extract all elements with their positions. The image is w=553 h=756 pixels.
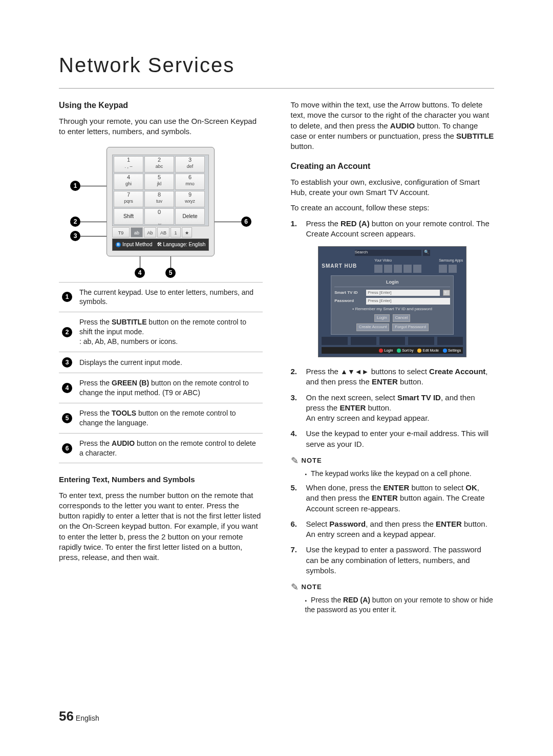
hub-id-dropdown[interactable]: ▼ (443, 290, 450, 296)
right-column: To move within the text, use the Arrow b… (291, 100, 495, 618)
keypad-intro: Through your remote, you can use the On-… (59, 116, 263, 137)
hub-id-field[interactable]: Press [Enter] (366, 290, 440, 296)
creating-account-intro1: To establish your own, exclusive, config… (291, 177, 495, 198)
hub-remember[interactable]: ▪ Remember my Smart TV ID and password (334, 307, 450, 312)
note-2-item: Press the RED (A) button on your remote … (305, 595, 495, 615)
callout-3-line (80, 236, 108, 236)
hub-id-label: Smart TV ID (334, 290, 363, 296)
key-5[interactable]: 5jkl (144, 174, 174, 190)
note-1-list: The keypad works like the keypad on a ce… (291, 469, 495, 479)
mode-ab-cap[interactable]: Ab (144, 227, 156, 237)
key-0[interactable]: 0⎵ (144, 208, 174, 225)
page-footer: 56 English (59, 707, 99, 725)
key-9[interactable]: 9wxyz (175, 191, 205, 207)
callout-1-line (80, 186, 108, 186)
hub-brand: SMART HUB (322, 263, 357, 270)
title-rule (59, 88, 494, 89)
smart-hub-screenshot: Search 🔍 SMART HUB Your Video Samsung Ap… (318, 246, 466, 357)
two-column-layout: Using the Keypad Through your remote, yo… (59, 100, 494, 618)
hub-pw-label: Password (334, 298, 363, 304)
step-5: 5. When done, press the ENTER button to … (291, 483, 495, 514)
legend-text-1: The current keypad. Use to enter letters… (76, 282, 263, 312)
note-2-header: ✎ NOTE (291, 581, 495, 593)
hub-search-field[interactable]: Search (355, 250, 421, 256)
key-8[interactable]: 8tuv (144, 191, 174, 207)
mode-1[interactable]: 1 (171, 227, 181, 237)
legend-text-4: Press the GREEN (B) button on the remote… (76, 373, 263, 403)
step-6: 6. Select Password, and then press the E… (291, 519, 495, 540)
hub-login-title: Login (334, 279, 450, 287)
callout-2: 2 (70, 217, 80, 227)
steps-list-cont: 2. Press the ▲▼◄► buttons to select Crea… (291, 366, 495, 449)
note-label-2: NOTE (302, 582, 322, 592)
hub-footer: Login Sort by Edit Mode Settings (322, 347, 463, 354)
legend-num-2: 2 (62, 327, 72, 337)
creating-account-intro2: To create an account, follow these steps… (291, 203, 495, 213)
hub-login-panel: Login Smart TV ID Press [Enter] ▼ Passwo… (331, 275, 454, 335)
callout-6: 6 (241, 217, 251, 227)
mode-star[interactable]: ★ (182, 227, 192, 237)
key-1[interactable]: 1. , – (114, 156, 143, 172)
keypad-grid: 1. , – 2abc 3def 4ghi 5jkl 6mno 7pqrs 8t… (112, 155, 209, 226)
legend-text-2: Press the SUBTITLE button on the remote … (76, 312, 263, 352)
hub-forgot-password-button[interactable]: Forgot Password (392, 323, 428, 331)
callout-3: 3 (70, 231, 80, 241)
key-2[interactable]: 2abc (144, 156, 174, 172)
mode-ab-low[interactable]: ab (131, 227, 143, 237)
note-2-list: Press the RED (A) button on your remote … (291, 595, 495, 615)
steps-list-cont2: 5. When done, press the ENTER button to … (291, 483, 495, 576)
entering-text-para: To enter text, press the number button o… (59, 490, 263, 563)
page-number: 56 (59, 708, 74, 724)
legend-num-3: 3 (62, 357, 72, 368)
hub-login-button[interactable]: Login (374, 314, 390, 322)
move-text-para: To move within the text, use the Arrow b… (291, 100, 495, 152)
hub-pw-field[interactable]: Press [Enter] (366, 298, 450, 305)
key-7[interactable]: 7pqrs (114, 191, 143, 207)
entering-text-heading: Entering Text, Numbers and Symbols (59, 474, 263, 485)
step-1: 1. Press the RED (A) button on your remo… (291, 219, 495, 240)
page-language: English (76, 714, 99, 722)
footer-lang-label: Language: English (163, 242, 206, 247)
key-3[interactable]: 3def (175, 156, 205, 172)
note-1-header: ✎ NOTE (291, 455, 495, 467)
hub-search-icon[interactable]: 🔍 (423, 250, 430, 256)
hub-icons (374, 265, 421, 273)
mode-row: T9 ab Ab AB 1 ★ (112, 227, 209, 237)
note-icon: ✎ (291, 455, 299, 467)
hub-app-icons (439, 265, 463, 273)
legend-text-3: Displays the current input mode. (76, 352, 263, 373)
legend-num-1: 1 (62, 292, 72, 302)
using-keypad-heading: Using the Keypad (59, 100, 263, 111)
hub-your-video: Your Video (374, 258, 421, 263)
steps-list: 1. Press the RED (A) button on your remo… (291, 219, 495, 240)
left-column: Using the Keypad Through your remote, yo… (59, 100, 263, 618)
key-4[interactable]: 4ghi (114, 174, 143, 190)
hub-samsung-apps: Samsung Apps (439, 258, 463, 263)
legend-table: 1 The current keypad. Use to enter lette… (59, 282, 263, 464)
creating-account-heading: Creating an Account (291, 161, 495, 172)
keypad-device: 1. , – 2abc 3def 4ghi 5jkl 6mno 7pqrs 8t… (107, 147, 215, 256)
callout-6-line (214, 222, 241, 222)
legend-num-5: 5 (62, 413, 72, 423)
hub-thumbs (322, 337, 463, 345)
callout-2-line (80, 222, 108, 222)
hub-create-account-button[interactable]: Create Account (356, 323, 390, 331)
hub-cancel-button[interactable]: Cancel (393, 314, 411, 322)
page-title: Network Services (59, 51, 494, 79)
step-4: 4. Use the keypad to enter your e-mail a… (291, 428, 495, 449)
note-icon-2: ✎ (291, 581, 299, 593)
legend-num-4: 4 (62, 383, 72, 393)
key-shift[interactable]: Shift (114, 208, 143, 225)
step-7: 7. Use the keypad to enter a password. T… (291, 545, 495, 576)
mode-t9[interactable]: T9 (112, 227, 130, 237)
footer-input-label: Input Method (122, 242, 152, 247)
callout-1: 1 (70, 181, 80, 191)
legend-text-5: Press the TOOLS button on the remote con… (76, 403, 263, 433)
key-delete[interactable]: Delete (175, 208, 205, 225)
callout-5: 5 (165, 268, 176, 278)
callout-4: 4 (135, 268, 145, 278)
mode-ab-up[interactable]: AB (157, 227, 169, 237)
key-6[interactable]: 6mno (175, 174, 205, 190)
legend-text-6: Press the AUDIO button on the remote con… (76, 433, 263, 463)
step-2: 2. Press the ▲▼◄► buttons to select Crea… (291, 366, 495, 387)
